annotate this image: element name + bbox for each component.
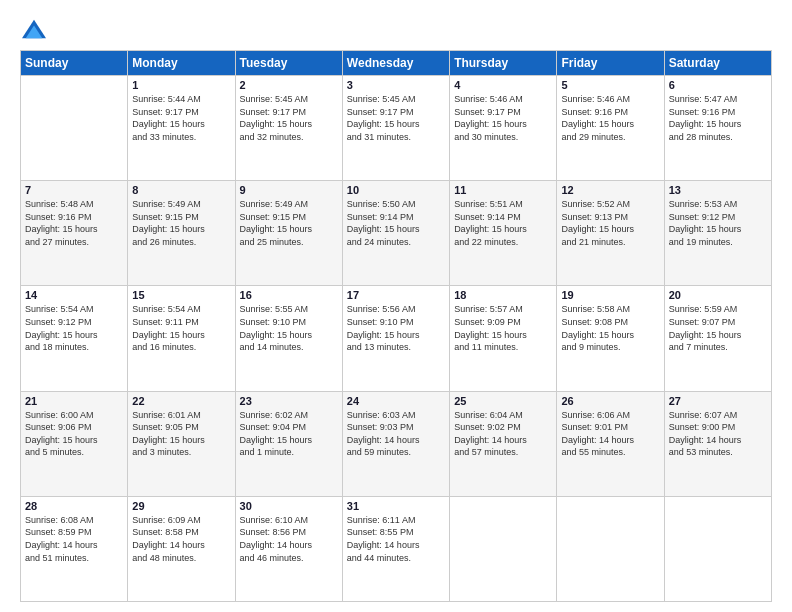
day-number: 30 [240, 500, 338, 512]
day-info: Sunrise: 5:53 AMSunset: 9:12 PMDaylight:… [669, 198, 767, 248]
day-number: 15 [132, 289, 230, 301]
calendar-cell: 25Sunrise: 6:04 AMSunset: 9:02 PMDayligh… [450, 391, 557, 496]
day-info: Sunrise: 5:44 AMSunset: 9:17 PMDaylight:… [132, 93, 230, 143]
calendar-cell: 19Sunrise: 5:58 AMSunset: 9:08 PMDayligh… [557, 286, 664, 391]
calendar-cell: 22Sunrise: 6:01 AMSunset: 9:05 PMDayligh… [128, 391, 235, 496]
calendar-cell [557, 496, 664, 601]
day-info: Sunrise: 6:01 AMSunset: 9:05 PMDaylight:… [132, 409, 230, 459]
weekday-header: Thursday [450, 51, 557, 76]
day-info: Sunrise: 6:02 AMSunset: 9:04 PMDaylight:… [240, 409, 338, 459]
calendar-cell: 6Sunrise: 5:47 AMSunset: 9:16 PMDaylight… [664, 76, 771, 181]
calendar-cell: 13Sunrise: 5:53 AMSunset: 9:12 PMDayligh… [664, 181, 771, 286]
calendar-cell: 9Sunrise: 5:49 AMSunset: 9:15 PMDaylight… [235, 181, 342, 286]
weekday-header: Friday [557, 51, 664, 76]
calendar-cell: 14Sunrise: 5:54 AMSunset: 9:12 PMDayligh… [21, 286, 128, 391]
logo [20, 18, 52, 42]
day-info: Sunrise: 5:54 AMSunset: 9:12 PMDaylight:… [25, 303, 123, 353]
weekday-header: Tuesday [235, 51, 342, 76]
calendar-week-row: 7Sunrise: 5:48 AMSunset: 9:16 PMDaylight… [21, 181, 772, 286]
calendar-cell: 5Sunrise: 5:46 AMSunset: 9:16 PMDaylight… [557, 76, 664, 181]
calendar-cell: 7Sunrise: 5:48 AMSunset: 9:16 PMDaylight… [21, 181, 128, 286]
day-info: Sunrise: 6:07 AMSunset: 9:00 PMDaylight:… [669, 409, 767, 459]
day-info: Sunrise: 5:50 AMSunset: 9:14 PMDaylight:… [347, 198, 445, 248]
day-info: Sunrise: 6:03 AMSunset: 9:03 PMDaylight:… [347, 409, 445, 459]
weekday-header: Wednesday [342, 51, 449, 76]
day-number: 29 [132, 500, 230, 512]
day-info: Sunrise: 6:04 AMSunset: 9:02 PMDaylight:… [454, 409, 552, 459]
day-info: Sunrise: 5:56 AMSunset: 9:10 PMDaylight:… [347, 303, 445, 353]
calendar-cell: 2Sunrise: 5:45 AMSunset: 9:17 PMDaylight… [235, 76, 342, 181]
day-number: 17 [347, 289, 445, 301]
day-info: Sunrise: 5:45 AMSunset: 9:17 PMDaylight:… [240, 93, 338, 143]
day-info: Sunrise: 5:59 AMSunset: 9:07 PMDaylight:… [669, 303, 767, 353]
day-number: 2 [240, 79, 338, 91]
day-info: Sunrise: 5:45 AMSunset: 9:17 PMDaylight:… [347, 93, 445, 143]
day-info: Sunrise: 5:55 AMSunset: 9:10 PMDaylight:… [240, 303, 338, 353]
calendar-cell: 31Sunrise: 6:11 AMSunset: 8:55 PMDayligh… [342, 496, 449, 601]
calendar-week-row: 1Sunrise: 5:44 AMSunset: 9:17 PMDaylight… [21, 76, 772, 181]
calendar-cell: 12Sunrise: 5:52 AMSunset: 9:13 PMDayligh… [557, 181, 664, 286]
day-info: Sunrise: 6:08 AMSunset: 8:59 PMDaylight:… [25, 514, 123, 564]
calendar-cell [21, 76, 128, 181]
weekday-header: Sunday [21, 51, 128, 76]
calendar-cell: 24Sunrise: 6:03 AMSunset: 9:03 PMDayligh… [342, 391, 449, 496]
day-info: Sunrise: 5:58 AMSunset: 9:08 PMDaylight:… [561, 303, 659, 353]
day-number: 1 [132, 79, 230, 91]
calendar-cell: 1Sunrise: 5:44 AMSunset: 9:17 PMDaylight… [128, 76, 235, 181]
day-number: 16 [240, 289, 338, 301]
day-number: 3 [347, 79, 445, 91]
day-info: Sunrise: 6:10 AMSunset: 8:56 PMDaylight:… [240, 514, 338, 564]
calendar-cell: 17Sunrise: 5:56 AMSunset: 9:10 PMDayligh… [342, 286, 449, 391]
day-number: 27 [669, 395, 767, 407]
day-number: 28 [25, 500, 123, 512]
day-number: 7 [25, 184, 123, 196]
day-info: Sunrise: 6:06 AMSunset: 9:01 PMDaylight:… [561, 409, 659, 459]
calendar-week-row: 21Sunrise: 6:00 AMSunset: 9:06 PMDayligh… [21, 391, 772, 496]
day-number: 5 [561, 79, 659, 91]
day-number: 21 [25, 395, 123, 407]
calendar-cell: 10Sunrise: 5:50 AMSunset: 9:14 PMDayligh… [342, 181, 449, 286]
day-number: 20 [669, 289, 767, 301]
day-info: Sunrise: 5:46 AMSunset: 9:16 PMDaylight:… [561, 93, 659, 143]
day-number: 11 [454, 184, 552, 196]
day-number: 12 [561, 184, 659, 196]
day-number: 25 [454, 395, 552, 407]
day-info: Sunrise: 5:51 AMSunset: 9:14 PMDaylight:… [454, 198, 552, 248]
day-info: Sunrise: 6:00 AMSunset: 9:06 PMDaylight:… [25, 409, 123, 459]
calendar-cell: 30Sunrise: 6:10 AMSunset: 8:56 PMDayligh… [235, 496, 342, 601]
day-number: 26 [561, 395, 659, 407]
calendar-cell: 23Sunrise: 6:02 AMSunset: 9:04 PMDayligh… [235, 391, 342, 496]
day-number: 10 [347, 184, 445, 196]
day-number: 18 [454, 289, 552, 301]
calendar-cell: 15Sunrise: 5:54 AMSunset: 9:11 PMDayligh… [128, 286, 235, 391]
calendar-cell [664, 496, 771, 601]
calendar-cell: 21Sunrise: 6:00 AMSunset: 9:06 PMDayligh… [21, 391, 128, 496]
calendar-header-row: SundayMondayTuesdayWednesdayThursdayFrid… [21, 51, 772, 76]
calendar-cell: 11Sunrise: 5:51 AMSunset: 9:14 PMDayligh… [450, 181, 557, 286]
day-number: 31 [347, 500, 445, 512]
day-number: 6 [669, 79, 767, 91]
day-number: 4 [454, 79, 552, 91]
day-info: Sunrise: 6:09 AMSunset: 8:58 PMDaylight:… [132, 514, 230, 564]
calendar-cell: 16Sunrise: 5:55 AMSunset: 9:10 PMDayligh… [235, 286, 342, 391]
calendar-cell: 8Sunrise: 5:49 AMSunset: 9:15 PMDaylight… [128, 181, 235, 286]
weekday-header: Monday [128, 51, 235, 76]
calendar-week-row: 28Sunrise: 6:08 AMSunset: 8:59 PMDayligh… [21, 496, 772, 601]
day-info: Sunrise: 5:48 AMSunset: 9:16 PMDaylight:… [25, 198, 123, 248]
day-number: 9 [240, 184, 338, 196]
calendar-cell: 26Sunrise: 6:06 AMSunset: 9:01 PMDayligh… [557, 391, 664, 496]
day-info: Sunrise: 5:57 AMSunset: 9:09 PMDaylight:… [454, 303, 552, 353]
day-number: 19 [561, 289, 659, 301]
calendar-cell: 29Sunrise: 6:09 AMSunset: 8:58 PMDayligh… [128, 496, 235, 601]
page: SundayMondayTuesdayWednesdayThursdayFrid… [0, 0, 792, 612]
calendar-cell [450, 496, 557, 601]
calendar-cell: 4Sunrise: 5:46 AMSunset: 9:17 PMDaylight… [450, 76, 557, 181]
calendar-cell: 3Sunrise: 5:45 AMSunset: 9:17 PMDaylight… [342, 76, 449, 181]
calendar-cell: 28Sunrise: 6:08 AMSunset: 8:59 PMDayligh… [21, 496, 128, 601]
day-info: Sunrise: 6:11 AMSunset: 8:55 PMDaylight:… [347, 514, 445, 564]
day-number: 24 [347, 395, 445, 407]
day-info: Sunrise: 5:49 AMSunset: 9:15 PMDaylight:… [132, 198, 230, 248]
day-info: Sunrise: 5:54 AMSunset: 9:11 PMDaylight:… [132, 303, 230, 353]
calendar-week-row: 14Sunrise: 5:54 AMSunset: 9:12 PMDayligh… [21, 286, 772, 391]
day-number: 8 [132, 184, 230, 196]
